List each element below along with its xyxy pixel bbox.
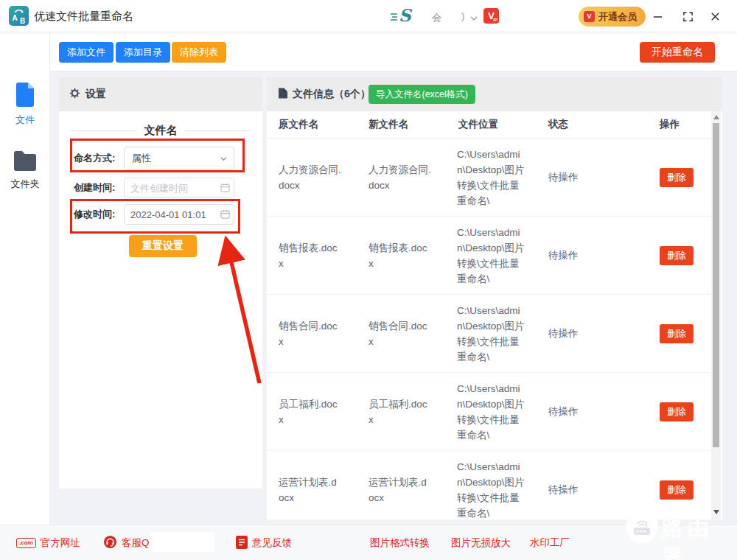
file-path: C:\Users\admin\Desktop\图片转换\文件批量重命名\ xyxy=(457,381,525,443)
column-header-new-name: 新文件名 xyxy=(368,118,457,131)
column-header-actions: 操作 xyxy=(660,118,711,131)
new-filename: 人力资源合同.docx xyxy=(368,162,432,193)
gear-icon xyxy=(69,88,80,101)
status-badge: 待操作 xyxy=(548,326,660,341)
old-filename: 人力资源合同.docx xyxy=(279,162,342,193)
old-filename: 运营计划表.docx xyxy=(279,475,342,505)
svg-text:A: A xyxy=(13,14,18,22)
column-header-location: 文件位置 xyxy=(457,118,548,131)
file-path: C:\Users\admin\Desktop\图片转换\文件批量重命名\ xyxy=(457,459,525,520)
minimize-button[interactable] xyxy=(650,9,665,24)
file-info-panel: 文件信息（6个） 导入文件名(excel格式) 原文件名 新文件名 文件位置 状… xyxy=(267,77,722,519)
window-title: 优速文件批量重命名 xyxy=(34,10,133,24)
import-filenames-button[interactable]: 导入文件名(excel格式) xyxy=(368,85,475,104)
footer-link-image-convert[interactable]: 图片格式转换 xyxy=(370,525,430,560)
table-row: 销售报表.docx 销售报表.docx C:\Users\admin\Deskt… xyxy=(267,217,711,295)
delete-button[interactable]: 删除 xyxy=(660,480,694,500)
document-icon xyxy=(279,88,287,101)
modify-time-label: 修改时间: xyxy=(74,207,115,222)
scrollbar[interactable] xyxy=(711,111,721,519)
old-filename: 销售报表.docx xyxy=(279,240,342,271)
table-row: 销售合同.docx 销售合同.docx C:\Users\admin\Deskt… xyxy=(267,295,711,373)
svg-text:B: B xyxy=(20,17,25,25)
clear-list-button[interactable]: 清除列表 xyxy=(172,42,226,63)
status-badge: 待操作 xyxy=(548,248,660,263)
footer-link-watermark-factory[interactable]: 水印工厂 xyxy=(530,525,570,560)
reset-settings-button[interactable]: 重置设置 xyxy=(129,235,197,257)
footer: .com 官方网址 客服Q 意见反馈 图片格式转换 图片无损放大 水印 xyxy=(0,525,737,560)
account-text: 会 xyxy=(432,11,441,24)
maximize-button[interactable] xyxy=(680,9,695,24)
table-body: 人力资源合同.docx 人力资源合同.docx C:\Users\admin\D… xyxy=(267,139,711,519)
scrollbar-thumb[interactable] xyxy=(713,123,719,447)
footer-link-official-site[interactable]: .com 官方网址 xyxy=(16,525,80,560)
modify-time-input[interactable] xyxy=(124,204,234,225)
sidebar: 文件 文件夹 xyxy=(0,32,50,525)
column-header-old-name: 原文件名 xyxy=(279,118,368,131)
naming-mode-label: 命名方式: xyxy=(74,151,115,166)
old-filename: 销售合同.docx xyxy=(279,318,342,349)
settings-panel: 设置 文件名 命名方式: 属性 创建时间: 修改时间: 重置设置 xyxy=(59,77,262,489)
folder-icon xyxy=(13,161,37,173)
old-filename: 员工福利.docx xyxy=(279,396,342,427)
new-filename: 销售报表.docx xyxy=(368,240,432,271)
status-badge: 待操作 xyxy=(548,404,660,419)
start-rename-button[interactable]: 开始重命名 xyxy=(640,42,715,63)
footer-link-image-enlarge[interactable]: 图片无损放大 xyxy=(451,525,511,560)
file-icon xyxy=(15,97,35,109)
file-path: C:\Users\admin\Desktop\图片转换\文件批量重命名\ xyxy=(457,225,525,287)
settings-header: 设置 xyxy=(59,77,262,111)
open-membership-button[interactable]: V 开通会员 xyxy=(579,7,646,27)
com-icon: .com xyxy=(16,538,36,548)
scroll-up-arrow[interactable] xyxy=(713,115,719,119)
new-filename: 员工福利.docx xyxy=(368,396,432,427)
file-info-header: 文件信息（6个） 导入文件名(excel格式) xyxy=(267,77,722,111)
app-logo-icon: A B xyxy=(9,6,29,29)
add-file-button[interactable]: 添加文件 xyxy=(59,42,113,63)
column-header-status: 状态 xyxy=(548,118,660,131)
close-button[interactable] xyxy=(708,9,722,24)
scroll-down-arrow[interactable] xyxy=(713,510,719,514)
file-path: C:\Users\admin\Desktop\图片转换\文件批量重命名\ xyxy=(457,303,525,365)
sidebar-item-files[interactable]: 文件 xyxy=(0,82,50,127)
account-suffix: ) xyxy=(461,10,464,21)
chevron-down-icon[interactable] xyxy=(469,13,478,26)
new-filename: 运营计划表.docx xyxy=(368,475,432,505)
feedback-icon xyxy=(236,536,248,551)
sidebar-item-label: 文件夹 xyxy=(0,178,50,191)
delete-button[interactable]: 删除 xyxy=(660,246,694,265)
delete-button[interactable]: 删除 xyxy=(660,402,694,421)
delete-button[interactable]: 删除 xyxy=(660,324,694,343)
redaction-box xyxy=(150,532,214,552)
table-row: 人力资源合同.docx 人力资源合同.docx C:\Users\admin\D… xyxy=(267,139,711,217)
vip-mini-icon: V xyxy=(584,11,595,22)
create-time-label: 创建时间: xyxy=(74,181,115,195)
add-directory-button[interactable]: 添加目录 xyxy=(116,42,170,63)
table-header: 原文件名 新文件名 文件位置 状态 操作 xyxy=(267,111,711,139)
headset-icon xyxy=(103,535,117,551)
brand-s-logo-icon: S xyxy=(399,5,411,25)
create-time-input[interactable] xyxy=(124,178,234,198)
table-row: 运营计划表.docx 运营计划表.docx C:\Users\admin\Des… xyxy=(267,451,711,519)
status-badge: 待操作 xyxy=(548,169,660,185)
naming-mode-select[interactable]: 属性 xyxy=(124,147,234,170)
vip-badge-icon: V IP xyxy=(483,8,499,24)
table-row: 员工福利.docx 员工福利.docx C:\Users\admin\Deskt… xyxy=(267,373,711,451)
toolbar: 添加文件 添加目录 清除列表 开始重命名 xyxy=(50,32,737,71)
delete-button[interactable]: 删除 xyxy=(660,168,694,187)
footer-link-feedback[interactable]: 意见反馈 xyxy=(236,525,292,560)
filename-section-title: 文件名 xyxy=(71,123,251,138)
chevron-down-icon xyxy=(220,155,228,163)
new-filename: 销售合同.docx xyxy=(368,318,432,349)
titlebar: A B 优速文件批量重命名 S 会 ) V IP V 开通会员 xyxy=(0,0,737,32)
file-path: C:\Users\admin\Desktop\图片转换\文件批量重命名\ xyxy=(457,147,525,209)
status-badge: 待操作 xyxy=(548,482,660,497)
footer-link-support-qq[interactable]: 客服Q xyxy=(103,525,150,560)
sidebar-item-folders[interactable]: 文件夹 xyxy=(0,150,50,191)
sidebar-item-label: 文件 xyxy=(0,113,50,127)
